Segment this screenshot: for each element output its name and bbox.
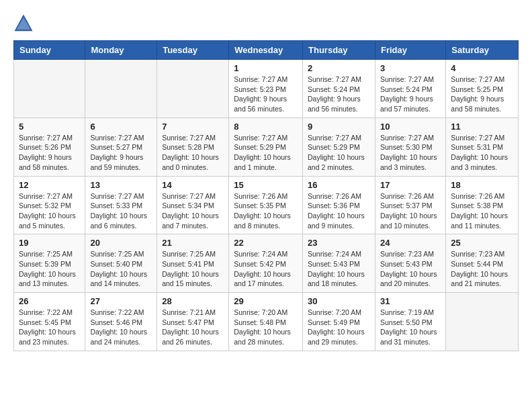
day-info: Sunrise: 7:27 AM Sunset: 5:27 PM Dayligh… — [90, 133, 152, 173]
calendar-cell: 22Sunrise: 7:24 AM Sunset: 5:42 PM Dayli… — [229, 234, 303, 293]
calendar-cell: 10Sunrise: 7:27 AM Sunset: 5:30 PM Dayli… — [375, 118, 445, 176]
calendar-cell: 8Sunrise: 7:27 AM Sunset: 5:29 PM Daylig… — [229, 118, 303, 176]
calendar-cell: 17Sunrise: 7:26 AM Sunset: 5:37 PM Dayli… — [375, 176, 445, 234]
weekday-header: Monday — [85, 41, 157, 60]
day-number: 15 — [234, 180, 298, 190]
calendar-cell: 16Sunrise: 7:26 AM Sunset: 5:36 PM Dayli… — [303, 176, 375, 234]
weekday-header: Wednesday — [229, 41, 303, 60]
day-info: Sunrise: 7:27 AM Sunset: 5:29 PM Dayligh… — [234, 133, 298, 173]
day-number: 3 — [380, 63, 441, 73]
calendar-table: SundayMondayTuesdayWednesdayThursdayFrid… — [13, 40, 519, 351]
day-info: Sunrise: 7:27 AM Sunset: 5:31 PM Dayligh… — [451, 133, 513, 173]
weekday-header: Tuesday — [157, 41, 229, 60]
day-info: Sunrise: 7:22 AM Sunset: 5:46 PM Dayligh… — [90, 308, 152, 347]
day-number: 23 — [308, 238, 370, 248]
day-info: Sunrise: 7:27 AM Sunset: 5:33 PM Dayligh… — [90, 191, 152, 231]
day-number: 29 — [234, 296, 298, 306]
day-info: Sunrise: 7:25 AM Sunset: 5:40 PM Dayligh… — [90, 249, 152, 289]
calendar-week-row: 12Sunrise: 7:27 AM Sunset: 5:32 PM Dayli… — [14, 176, 519, 234]
calendar-cell: 5Sunrise: 7:27 AM Sunset: 5:26 PM Daylig… — [14, 118, 85, 176]
calendar-cell — [85, 60, 157, 118]
calendar-cell: 23Sunrise: 7:24 AM Sunset: 5:43 PM Dayli… — [303, 234, 375, 293]
day-number: 30 — [308, 296, 370, 306]
day-number: 7 — [162, 122, 224, 132]
calendar-cell: 20Sunrise: 7:25 AM Sunset: 5:40 PM Dayli… — [85, 234, 157, 293]
day-info: Sunrise: 7:26 AM Sunset: 5:35 PM Dayligh… — [234, 191, 298, 231]
weekday-header: Thursday — [303, 41, 375, 60]
page-header — [13, 13, 519, 34]
calendar-cell: 12Sunrise: 7:27 AM Sunset: 5:32 PM Dayli… — [14, 176, 85, 234]
day-info: Sunrise: 7:27 AM Sunset: 5:34 PM Dayligh… — [162, 191, 224, 231]
logo-icon — [13, 13, 34, 34]
calendar-cell — [446, 293, 519, 351]
day-info: Sunrise: 7:27 AM Sunset: 5:24 PM Dayligh… — [380, 75, 441, 114]
calendar-cell: 13Sunrise: 7:27 AM Sunset: 5:33 PM Dayli… — [85, 176, 157, 234]
day-info: Sunrise: 7:22 AM Sunset: 5:45 PM Dayligh… — [19, 308, 80, 347]
day-number: 9 — [308, 122, 370, 132]
calendar-cell: 14Sunrise: 7:27 AM Sunset: 5:34 PM Dayli… — [157, 176, 229, 234]
calendar-cell — [157, 60, 229, 118]
day-info: Sunrise: 7:27 AM Sunset: 5:32 PM Dayligh… — [19, 191, 80, 231]
day-info: Sunrise: 7:27 AM Sunset: 5:25 PM Dayligh… — [451, 75, 513, 114]
day-info: Sunrise: 7:24 AM Sunset: 5:43 PM Dayligh… — [308, 249, 370, 289]
day-info: Sunrise: 7:27 AM Sunset: 5:28 PM Dayligh… — [162, 133, 224, 173]
day-number: 21 — [162, 238, 224, 248]
calendar-cell: 21Sunrise: 7:25 AM Sunset: 5:41 PM Dayli… — [157, 234, 229, 293]
calendar-week-row: 1Sunrise: 7:27 AM Sunset: 5:23 PM Daylig… — [14, 60, 519, 118]
calendar-cell: 3Sunrise: 7:27 AM Sunset: 5:24 PM Daylig… — [375, 60, 445, 118]
calendar-week-row: 5Sunrise: 7:27 AM Sunset: 5:26 PM Daylig… — [14, 118, 519, 176]
calendar-cell: 4Sunrise: 7:27 AM Sunset: 5:25 PM Daylig… — [446, 60, 519, 118]
calendar-cell: 6Sunrise: 7:27 AM Sunset: 5:27 PM Daylig… — [85, 118, 157, 176]
logo — [13, 13, 36, 34]
day-info: Sunrise: 7:27 AM Sunset: 5:26 PM Dayligh… — [19, 133, 80, 173]
day-number: 13 — [90, 180, 152, 190]
day-info: Sunrise: 7:26 AM Sunset: 5:38 PM Dayligh… — [451, 191, 513, 231]
day-number: 1 — [234, 63, 298, 73]
day-number: 20 — [90, 238, 152, 248]
day-info: Sunrise: 7:25 AM Sunset: 5:39 PM Dayligh… — [19, 249, 80, 289]
day-number: 2 — [308, 63, 370, 73]
day-info: Sunrise: 7:25 AM Sunset: 5:41 PM Dayligh… — [162, 249, 224, 289]
weekday-header: Saturday — [446, 41, 519, 60]
calendar-cell: 9Sunrise: 7:27 AM Sunset: 5:29 PM Daylig… — [303, 118, 375, 176]
calendar-cell: 29Sunrise: 7:20 AM Sunset: 5:48 PM Dayli… — [229, 293, 303, 351]
day-number: 25 — [451, 238, 513, 248]
day-number: 11 — [451, 122, 513, 132]
day-info: Sunrise: 7:27 AM Sunset: 5:30 PM Dayligh… — [380, 133, 441, 173]
day-number: 12 — [19, 180, 80, 190]
day-number: 17 — [380, 180, 441, 190]
day-number: 24 — [380, 238, 441, 248]
day-number: 19 — [19, 238, 80, 248]
calendar-cell: 30Sunrise: 7:20 AM Sunset: 5:49 PM Dayli… — [303, 293, 375, 351]
day-number: 26 — [19, 296, 80, 306]
day-info: Sunrise: 7:24 AM Sunset: 5:42 PM Dayligh… — [234, 249, 298, 289]
calendar-header-row: SundayMondayTuesdayWednesdayThursdayFrid… — [14, 41, 519, 60]
calendar-week-row: 19Sunrise: 7:25 AM Sunset: 5:39 PM Dayli… — [14, 234, 519, 293]
calendar-cell: 7Sunrise: 7:27 AM Sunset: 5:28 PM Daylig… — [157, 118, 229, 176]
calendar-cell: 15Sunrise: 7:26 AM Sunset: 5:35 PM Dayli… — [229, 176, 303, 234]
day-number: 18 — [451, 180, 513, 190]
calendar-cell: 27Sunrise: 7:22 AM Sunset: 5:46 PM Dayli… — [85, 293, 157, 351]
day-info: Sunrise: 7:26 AM Sunset: 5:37 PM Dayligh… — [380, 191, 441, 231]
calendar-week-row: 26Sunrise: 7:22 AM Sunset: 5:45 PM Dayli… — [14, 293, 519, 351]
day-info: Sunrise: 7:20 AM Sunset: 5:48 PM Dayligh… — [234, 308, 298, 347]
weekday-header: Sunday — [14, 41, 85, 60]
calendar-cell: 1Sunrise: 7:27 AM Sunset: 5:23 PM Daylig… — [229, 60, 303, 118]
day-info: Sunrise: 7:27 AM Sunset: 5:23 PM Dayligh… — [234, 75, 298, 114]
day-info: Sunrise: 7:21 AM Sunset: 5:47 PM Dayligh… — [162, 308, 224, 347]
day-number: 22 — [234, 238, 298, 248]
day-number: 14 — [162, 180, 224, 190]
calendar-cell: 19Sunrise: 7:25 AM Sunset: 5:39 PM Dayli… — [14, 234, 85, 293]
day-number: 5 — [19, 122, 80, 132]
calendar-cell: 2Sunrise: 7:27 AM Sunset: 5:24 PM Daylig… — [303, 60, 375, 118]
day-info: Sunrise: 7:19 AM Sunset: 5:50 PM Dayligh… — [380, 308, 441, 347]
day-info: Sunrise: 7:27 AM Sunset: 5:24 PM Dayligh… — [308, 75, 370, 114]
day-number: 4 — [451, 63, 513, 73]
day-info: Sunrise: 7:23 AM Sunset: 5:43 PM Dayligh… — [380, 249, 441, 289]
day-info: Sunrise: 7:26 AM Sunset: 5:36 PM Dayligh… — [308, 191, 370, 231]
day-number: 28 — [162, 296, 224, 306]
calendar-cell: 24Sunrise: 7:23 AM Sunset: 5:43 PM Dayli… — [375, 234, 445, 293]
calendar-cell: 11Sunrise: 7:27 AM Sunset: 5:31 PM Dayli… — [446, 118, 519, 176]
calendar-cell — [14, 60, 85, 118]
day-number: 27 — [90, 296, 152, 306]
